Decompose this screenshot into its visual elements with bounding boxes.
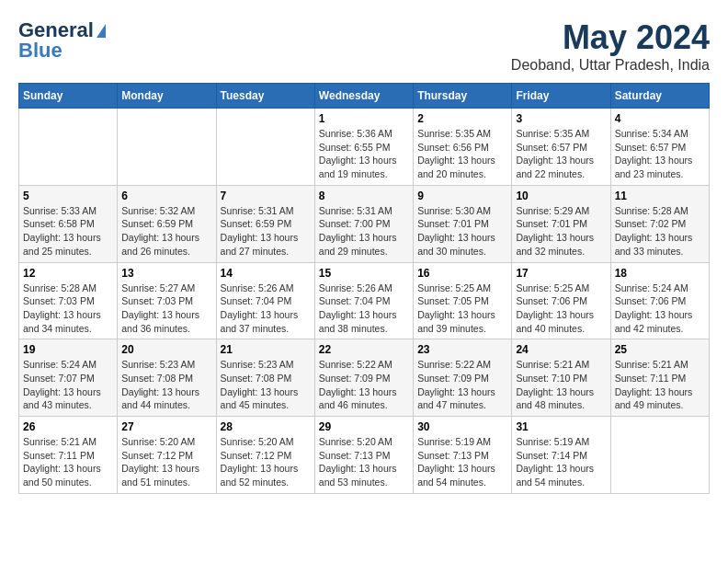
calendar-subtitle: Deoband, Uttar Pradesh, India bbox=[511, 57, 710, 74]
calendar-cell: 7Sunrise: 5:31 AMSunset: 6:59 PMDaylight… bbox=[216, 185, 314, 262]
calendar-cell: 11Sunrise: 5:28 AMSunset: 7:02 PMDayligh… bbox=[610, 185, 709, 262]
day-info: Sunrise: 5:21 AMSunset: 7:11 PMDaylight:… bbox=[615, 358, 705, 412]
day-number: 31 bbox=[516, 420, 606, 433]
calendar-cell: 29Sunrise: 5:20 AMSunset: 7:13 PMDayligh… bbox=[314, 417, 413, 494]
calendar-cell: 12Sunrise: 5:28 AMSunset: 7:03 PMDayligh… bbox=[19, 262, 118, 339]
day-of-week-header: Monday bbox=[118, 84, 216, 109]
day-info: Sunrise: 5:25 AMSunset: 7:06 PMDaylight:… bbox=[516, 282, 606, 336]
calendar-cell bbox=[216, 109, 314, 186]
day-number: 23 bbox=[417, 343, 507, 356]
calendar-cell: 17Sunrise: 5:25 AMSunset: 7:06 PMDayligh… bbox=[512, 262, 610, 339]
calendar-week-row: 26Sunrise: 5:21 AMSunset: 7:11 PMDayligh… bbox=[19, 417, 710, 494]
calendar-cell bbox=[610, 417, 709, 494]
day-number: 25 bbox=[615, 343, 705, 356]
day-info: Sunrise: 5:20 AMSunset: 7:12 PMDaylight:… bbox=[221, 435, 311, 489]
day-of-week-header: Wednesday bbox=[314, 84, 413, 109]
day-number: 7 bbox=[221, 190, 311, 202]
days-of-week-row: SundayMondayTuesdayWednesdayThursdayFrid… bbox=[19, 84, 710, 109]
day-info: Sunrise: 5:25 AMSunset: 7:05 PMDaylight:… bbox=[417, 282, 507, 336]
calendar-cell: 16Sunrise: 5:25 AMSunset: 7:05 PMDayligh… bbox=[414, 262, 512, 339]
day-info: Sunrise: 5:35 AMSunset: 6:56 PMDaylight:… bbox=[417, 127, 507, 181]
day-of-week-header: Tuesday bbox=[216, 84, 314, 109]
day-number: 3 bbox=[516, 112, 606, 125]
calendar-week-row: 12Sunrise: 5:28 AMSunset: 7:03 PMDayligh… bbox=[19, 262, 710, 339]
day-info: Sunrise: 5:32 AMSunset: 6:59 PMDaylight:… bbox=[121, 204, 211, 259]
calendar-cell: 13Sunrise: 5:27 AMSunset: 7:03 PMDayligh… bbox=[118, 262, 216, 339]
day-number: 13 bbox=[121, 267, 211, 280]
calendar-cell bbox=[19, 109, 118, 186]
day-info: Sunrise: 5:27 AMSunset: 7:03 PMDaylight:… bbox=[121, 282, 211, 336]
logo-triangle-icon bbox=[97, 24, 106, 38]
calendar-cell: 24Sunrise: 5:21 AMSunset: 7:10 PMDayligh… bbox=[512, 339, 610, 417]
calendar-cell: 14Sunrise: 5:26 AMSunset: 7:04 PMDayligh… bbox=[216, 262, 314, 339]
calendar-cell: 27Sunrise: 5:20 AMSunset: 7:12 PMDayligh… bbox=[118, 417, 216, 494]
day-info: Sunrise: 5:19 AMSunset: 7:13 PMDaylight:… bbox=[417, 435, 507, 489]
calendar-cell: 28Sunrise: 5:20 AMSunset: 7:12 PMDayligh… bbox=[216, 417, 314, 494]
day-number: 19 bbox=[23, 343, 113, 356]
calendar-cell: 15Sunrise: 5:26 AMSunset: 7:04 PMDayligh… bbox=[314, 262, 413, 339]
day-info: Sunrise: 5:26 AMSunset: 7:04 PMDaylight:… bbox=[319, 282, 409, 336]
day-number: 24 bbox=[516, 343, 606, 356]
calendar-week-row: 19Sunrise: 5:24 AMSunset: 7:07 PMDayligh… bbox=[19, 339, 710, 417]
calendar-cell: 5Sunrise: 5:33 AMSunset: 6:58 PMDaylight… bbox=[19, 185, 118, 262]
day-number: 18 bbox=[615, 267, 705, 280]
calendar-week-row: 5Sunrise: 5:33 AMSunset: 6:58 PMDaylight… bbox=[19, 185, 710, 262]
day-number: 21 bbox=[221, 343, 311, 356]
day-number: 4 bbox=[615, 112, 705, 125]
day-number: 28 bbox=[221, 420, 311, 433]
day-info: Sunrise: 5:35 AMSunset: 6:57 PMDaylight:… bbox=[516, 127, 606, 181]
day-info: Sunrise: 5:34 AMSunset: 6:57 PMDaylight:… bbox=[615, 127, 705, 181]
day-info: Sunrise: 5:26 AMSunset: 7:04 PMDaylight:… bbox=[221, 282, 311, 336]
day-number: 9 bbox=[417, 190, 507, 202]
day-number: 27 bbox=[121, 420, 211, 433]
day-number: 16 bbox=[417, 267, 507, 280]
calendar-cell: 30Sunrise: 5:19 AMSunset: 7:13 PMDayligh… bbox=[414, 417, 512, 494]
calendar-cell: 8Sunrise: 5:31 AMSunset: 7:00 PMDaylight… bbox=[314, 185, 413, 262]
calendar-table: SundayMondayTuesdayWednesdayThursdayFrid… bbox=[18, 83, 710, 494]
day-info: Sunrise: 5:36 AMSunset: 6:55 PMDaylight:… bbox=[319, 127, 409, 181]
day-number: 2 bbox=[417, 112, 507, 125]
day-number: 20 bbox=[121, 343, 211, 356]
day-number: 12 bbox=[23, 267, 113, 280]
calendar-cell: 21Sunrise: 5:23 AMSunset: 7:08 PMDayligh… bbox=[216, 339, 314, 417]
calendar-cell: 10Sunrise: 5:29 AMSunset: 7:01 PMDayligh… bbox=[512, 185, 610, 262]
calendar-cell: 6Sunrise: 5:32 AMSunset: 6:59 PMDaylight… bbox=[118, 185, 216, 262]
day-number: 17 bbox=[516, 267, 606, 280]
day-number: 22 bbox=[319, 343, 409, 356]
calendar-cell bbox=[118, 109, 216, 186]
calendar-title: May 2024 bbox=[511, 18, 710, 57]
day-info: Sunrise: 5:21 AMSunset: 7:10 PMDaylight:… bbox=[516, 358, 606, 412]
day-info: Sunrise: 5:22 AMSunset: 7:09 PMDaylight:… bbox=[319, 358, 409, 412]
calendar-cell: 22Sunrise: 5:22 AMSunset: 7:09 PMDayligh… bbox=[314, 339, 413, 417]
day-number: 5 bbox=[23, 190, 113, 202]
calendar-cell: 18Sunrise: 5:24 AMSunset: 7:06 PMDayligh… bbox=[610, 262, 709, 339]
day-number: 10 bbox=[516, 190, 606, 202]
day-number: 26 bbox=[23, 420, 113, 433]
day-info: Sunrise: 5:33 AMSunset: 6:58 PMDaylight:… bbox=[23, 204, 113, 259]
day-info: Sunrise: 5:23 AMSunset: 7:08 PMDaylight:… bbox=[221, 358, 311, 412]
calendar-week-row: 1Sunrise: 5:36 AMSunset: 6:55 PMDaylight… bbox=[19, 109, 710, 186]
calendar-cell: 31Sunrise: 5:19 AMSunset: 7:14 PMDayligh… bbox=[512, 417, 610, 494]
calendar-body: 1Sunrise: 5:36 AMSunset: 6:55 PMDaylight… bbox=[19, 109, 710, 494]
day-number: 30 bbox=[417, 420, 507, 433]
day-of-week-header: Saturday bbox=[610, 84, 709, 109]
day-info: Sunrise: 5:19 AMSunset: 7:14 PMDaylight:… bbox=[516, 435, 606, 489]
day-number: 15 bbox=[319, 267, 409, 280]
day-number: 6 bbox=[121, 190, 211, 202]
day-of-week-header: Friday bbox=[512, 84, 610, 109]
day-info: Sunrise: 5:24 AMSunset: 7:07 PMDaylight:… bbox=[23, 358, 113, 412]
calendar-cell: 23Sunrise: 5:22 AMSunset: 7:09 PMDayligh… bbox=[414, 339, 512, 417]
calendar-cell: 4Sunrise: 5:34 AMSunset: 6:57 PMDaylight… bbox=[610, 109, 709, 186]
title-block: May 2024 Deoband, Uttar Pradesh, India bbox=[511, 18, 710, 74]
calendar-cell: 3Sunrise: 5:35 AMSunset: 6:57 PMDaylight… bbox=[512, 109, 610, 186]
day-number: 8 bbox=[319, 190, 409, 202]
day-info: Sunrise: 5:30 AMSunset: 7:01 PMDaylight:… bbox=[417, 204, 507, 259]
day-info: Sunrise: 5:23 AMSunset: 7:08 PMDaylight:… bbox=[121, 358, 211, 412]
day-number: 11 bbox=[615, 190, 705, 202]
page-header: General Blue May 2024 Deoband, Uttar Pra… bbox=[18, 18, 710, 74]
day-info: Sunrise: 5:28 AMSunset: 7:03 PMDaylight:… bbox=[23, 282, 113, 336]
day-info: Sunrise: 5:22 AMSunset: 7:09 PMDaylight:… bbox=[417, 358, 507, 412]
calendar-cell: 19Sunrise: 5:24 AMSunset: 7:07 PMDayligh… bbox=[19, 339, 118, 417]
day-info: Sunrise: 5:20 AMSunset: 7:12 PMDaylight:… bbox=[121, 435, 211, 489]
day-info: Sunrise: 5:29 AMSunset: 7:01 PMDaylight:… bbox=[516, 204, 606, 259]
